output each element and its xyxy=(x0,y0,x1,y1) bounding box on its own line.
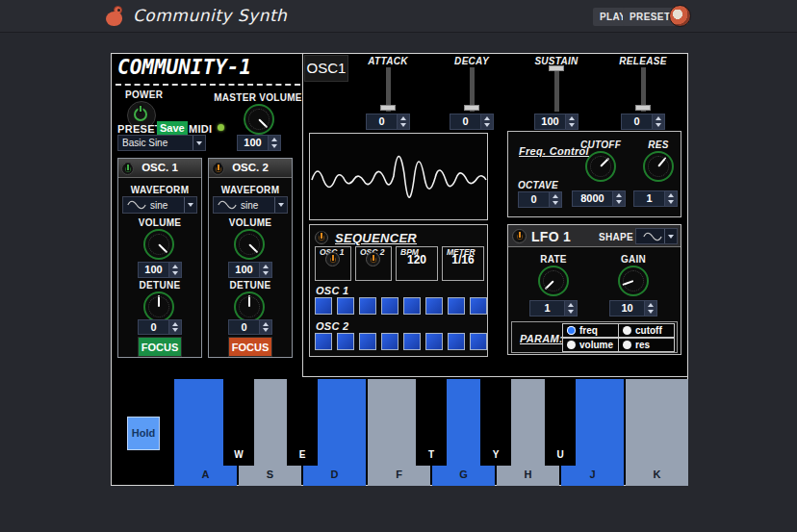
spinner-down-icon[interactable] xyxy=(172,271,178,275)
radio-selected-icon[interactable] xyxy=(567,326,576,335)
user-avatar[interactable] xyxy=(669,5,691,27)
lfo-rate-value[interactable]: 1 xyxy=(530,301,564,316)
osc1-volume-knob[interactable] xyxy=(143,229,174,260)
spinner-down-icon[interactable] xyxy=(263,271,269,275)
osc1-waveform-select[interactable]: sine xyxy=(122,196,197,214)
osc1-detune-stepper[interactable] xyxy=(168,320,181,334)
meter-value[interactable]: 1/16 xyxy=(443,253,483,266)
preset-select-chevron[interactable] xyxy=(193,136,205,150)
lfo-shape-chevron[interactable] xyxy=(664,229,677,243)
res-value[interactable]: 1 xyxy=(634,191,664,206)
spinner-down-icon[interactable] xyxy=(648,310,654,314)
osc1-waveform-chevron[interactable] xyxy=(184,197,196,213)
decay-stepper[interactable] xyxy=(480,114,493,129)
spinner-up-icon[interactable] xyxy=(263,322,269,326)
sustain-slider[interactable] xyxy=(554,67,559,112)
sustain-value[interactable]: 100 xyxy=(535,114,565,129)
osc1-detune-value[interactable]: 0 xyxy=(139,320,168,334)
key-K[interactable]: K xyxy=(626,379,688,486)
octave-input[interactable]: 0 xyxy=(518,191,562,208)
spinner-down-icon[interactable] xyxy=(263,328,269,332)
preset-select[interactable]: Basic Sine xyxy=(117,135,206,151)
radio-icon[interactable] xyxy=(623,326,631,335)
param-option-freq[interactable]: freq xyxy=(562,323,619,338)
osc2-volume-knob[interactable] xyxy=(234,229,265,260)
lfo-shape-select[interactable] xyxy=(635,228,678,244)
master-volume-stepper[interactable] xyxy=(268,136,280,150)
seq-step[interactable] xyxy=(470,333,487,350)
spinner-down-icon[interactable] xyxy=(484,123,490,127)
osc1-volume-value[interactable]: 100 xyxy=(139,263,168,277)
lfo-power-button[interactable] xyxy=(512,229,527,243)
attack-stepper[interactable] xyxy=(397,114,409,129)
spinner-down-icon[interactable] xyxy=(271,144,277,148)
res-stepper[interactable] xyxy=(664,191,677,206)
decay-slider-handle[interactable] xyxy=(464,105,479,111)
lfo-gain-knob[interactable] xyxy=(618,266,649,296)
spinner-up-icon[interactable] xyxy=(553,194,558,198)
seq-step[interactable] xyxy=(403,297,421,315)
sustain-input[interactable]: 100 xyxy=(534,114,578,130)
tab-osc1[interactable]: OSC1 xyxy=(304,55,348,82)
master-volume-knob[interactable] xyxy=(244,104,274,135)
key-T[interactable]: T xyxy=(416,379,447,466)
release-stepper[interactable] xyxy=(652,114,664,129)
lfo-gain-value[interactable]: 10 xyxy=(610,301,644,316)
spinner-up-icon[interactable] xyxy=(568,303,574,307)
osc2-volume-input[interactable]: 100 xyxy=(228,262,272,278)
spinner-down-icon[interactable] xyxy=(172,328,178,332)
seq-step[interactable] xyxy=(337,333,354,350)
osc2-detune-knob[interactable] xyxy=(234,291,265,322)
seq-step[interactable] xyxy=(315,297,332,315)
seq-step[interactable] xyxy=(359,333,376,350)
spinner-up-icon[interactable] xyxy=(656,116,661,120)
cutoff-value[interactable]: 8000 xyxy=(573,191,612,206)
osc2-detune-input[interactable]: 0 xyxy=(228,319,272,335)
attack-slider-handle[interactable] xyxy=(380,105,396,111)
param-option-res[interactable]: res xyxy=(618,338,675,352)
hold-button[interactable]: Hold xyxy=(127,417,160,450)
spinner-up-icon[interactable] xyxy=(400,116,406,120)
osc2-volume-stepper[interactable] xyxy=(259,263,271,277)
seq-step[interactable] xyxy=(315,333,332,350)
key-E[interactable]: E xyxy=(287,379,318,466)
osc1-volume-input[interactable]: 100 xyxy=(138,262,182,278)
lfo-rate-stepper[interactable] xyxy=(564,301,577,316)
spinner-up-icon[interactable] xyxy=(569,116,575,120)
seq-step[interactable] xyxy=(425,333,443,350)
spinner-up-icon[interactable] xyxy=(484,116,490,120)
save-button[interactable]: Save xyxy=(157,121,188,135)
osc1-detune-knob[interactable] xyxy=(143,291,174,322)
bpm-value[interactable]: 120 xyxy=(397,253,437,266)
res-input[interactable]: 1 xyxy=(633,190,678,207)
key-Y[interactable]: Y xyxy=(480,379,511,466)
cutoff-knob[interactable] xyxy=(585,151,616,182)
sustain-stepper[interactable] xyxy=(565,114,578,129)
attack-value[interactable]: 0 xyxy=(367,114,397,129)
spinner-down-icon[interactable] xyxy=(656,123,661,127)
spinner-down-icon[interactable] xyxy=(400,123,406,127)
decay-value[interactable]: 0 xyxy=(450,114,480,129)
lfo-gain-stepper[interactable] xyxy=(644,301,656,316)
decay-input[interactable]: 0 xyxy=(450,114,494,130)
param-option-volume[interactable]: volume xyxy=(562,338,619,352)
master-volume-input[interactable]: 100 xyxy=(237,135,281,151)
spinner-down-icon[interactable] xyxy=(569,123,575,127)
cutoff-stepper[interactable] xyxy=(612,191,625,206)
osc2-focus-button[interactable]: FOCUS xyxy=(228,337,272,357)
release-input[interactable]: 0 xyxy=(621,114,665,130)
res-knob[interactable] xyxy=(643,151,674,182)
seq-step[interactable] xyxy=(448,297,465,315)
seq-step[interactable] xyxy=(381,333,398,350)
spinner-up-icon[interactable] xyxy=(648,303,654,307)
seq-step[interactable] xyxy=(381,297,398,315)
key-U[interactable]: U xyxy=(545,379,576,466)
seq-step[interactable] xyxy=(425,297,443,315)
release-slider-handle[interactable] xyxy=(635,105,651,111)
cutoff-input[interactable]: 8000 xyxy=(572,190,626,207)
spinner-down-icon[interactable] xyxy=(568,310,574,314)
radio-icon[interactable] xyxy=(623,341,631,349)
seq-step[interactable] xyxy=(337,297,354,315)
seq-osc1-power-button[interactable] xyxy=(325,252,340,266)
spinner-down-icon[interactable] xyxy=(616,200,622,204)
